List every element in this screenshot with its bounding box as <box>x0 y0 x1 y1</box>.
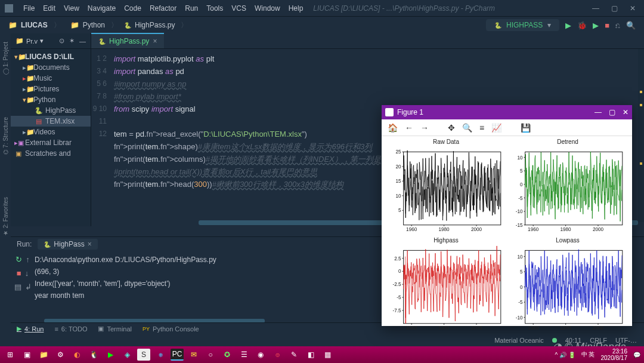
hide-panel-icon[interactable]: — <box>79 38 86 45</box>
app-icon[interactable]: S <box>137 349 150 361</box>
tree-root[interactable]: ▾📁LIUCAS D:\LIL <box>11 51 91 62</box>
app-icon[interactable]: ◈ <box>120 349 134 361</box>
firefox-icon[interactable]: ◐ <box>70 349 83 361</box>
app-icon[interactable]: ▦ <box>321 349 334 361</box>
svg-text:-5: -5 <box>397 295 401 300</box>
pycharm-icon[interactable]: PC <box>171 349 184 361</box>
svg-text:2.5: 2.5 <box>394 256 401 262</box>
fig-close-icon[interactable]: ✕ <box>623 108 628 116</box>
tree-item-tem-xlsx[interactable]: ▤TEM.xlsx <box>11 116 91 127</box>
pan-icon[interactable]: ✥ <box>448 123 455 133</box>
tray-icons[interactable]: ^ 🔊 🔋 <box>555 352 575 358</box>
menu-file[interactable]: File <box>19 4 39 13</box>
app-icon[interactable]: ○ <box>204 349 217 361</box>
menu-view[interactable]: View <box>60 4 83 13</box>
zoom-icon[interactable]: 🔍 <box>462 123 472 133</box>
up-icon[interactable]: ↑ <box>26 255 30 264</box>
home-icon[interactable]: 🏠 <box>388 123 398 133</box>
matplotlib-figure-window[interactable]: Figure 1 — ▢ ✕ 🏠 ← → ✥ 🔍 ≡ 📈 💾 Raw Data5… <box>382 105 632 326</box>
menu-code[interactable]: Code <box>120 4 145 13</box>
forward-icon[interactable]: → <box>420 123 429 133</box>
save-icon[interactable]: 💾 <box>521 123 531 133</box>
app-icon[interactable]: ☰ <box>237 349 250 361</box>
menu-refactor[interactable]: Refactor <box>145 4 181 13</box>
menu-run[interactable]: Run <box>181 4 202 13</box>
tab-python-console[interactable]: PYPython Console <box>143 325 199 333</box>
breadcrumb[interactable]: 📁LIUCAS 〉 📁Python 〉 🐍HighPass.py 〉 <box>8 20 190 30</box>
fig-minimize-icon[interactable]: — <box>595 108 602 116</box>
debug-button-icon[interactable]: 🐞 <box>577 21 587 30</box>
figure-titlebar[interactable]: Figure 1 — ▢ ✕ <box>382 105 632 119</box>
run-tab[interactable]: 🐍HighPass × <box>38 239 97 250</box>
left-tab-project[interactable]: ◯ 1: Project <box>2 42 9 75</box>
figure-toolbar: 🏠 ← → ✥ 🔍 ≡ 📈 💾 <box>382 119 632 136</box>
tool-window-stripe-left: ◯ 1: Project ⌬ 7: Structure ★ 2: Favorit… <box>0 33 11 242</box>
project-tree[interactable]: ▾📁LIUCAS D:\LIL ▸📁Documents ▸📁Music ▸📁Pi… <box>11 49 91 161</box>
svg-text:1980: 1980 <box>561 227 572 232</box>
menu-vcs[interactable]: VCS <box>227 4 250 13</box>
layout-icon[interactable]: ▤ <box>14 282 21 291</box>
scratches[interactable]: ▣Scratches and <box>11 148 91 159</box>
left-tab-favorites[interactable]: ★ 2: Favorites <box>2 197 9 236</box>
menu-navigate[interactable]: Navigate <box>83 4 120 13</box>
start-button[interactable]: ⊞ <box>4 349 17 361</box>
subplot-detrend: Detrend-15-10-50510196019802000 <box>507 139 628 237</box>
menu-help[interactable]: Help <box>284 4 308 13</box>
git-icon[interactable]: ⎌ <box>615 21 620 30</box>
tree-item[interactable]: ▸📁Videos <box>11 127 91 137</box>
expand-icon[interactable]: ✶ <box>69 37 75 45</box>
app-icon[interactable]: ⎈ <box>154 349 167 361</box>
menu-tools[interactable]: Tools <box>202 4 227 13</box>
explorer-icon[interactable]: 📁 <box>37 349 50 361</box>
external-libraries[interactable]: ▸▣External Librar <box>11 137 91 148</box>
menu-edit[interactable]: Edit <box>39 4 60 13</box>
stop-icon[interactable]: ■ <box>17 269 21 278</box>
svg-text:-5: -5 <box>518 300 523 305</box>
settings-icon[interactable]: ⚙ <box>54 349 67 361</box>
tab-todo[interactable]: ≡6: TODO <box>54 325 87 333</box>
app-icon[interactable]: ⌾ <box>271 349 284 361</box>
tree-item[interactable]: ▸📁Music <box>11 73 91 84</box>
close-tab-icon[interactable]: × <box>153 37 157 45</box>
app-icon[interactable]: ◧ <box>304 349 317 361</box>
app-icon[interactable]: ✉ <box>187 349 200 361</box>
run-button-icon[interactable]: ▶ <box>565 21 571 30</box>
app-icon[interactable]: ✪ <box>221 349 234 361</box>
fig-maximize-icon[interactable]: ▢ <box>609 108 615 116</box>
menu-window[interactable]: Window <box>250 4 284 13</box>
subplots-icon[interactable]: ≡ <box>479 123 484 133</box>
app-icon[interactable]: ✎ <box>287 349 301 361</box>
tab-terminal[interactable]: ▣Terminal <box>98 325 132 333</box>
left-tab-structure[interactable]: ⌬ 7: Structure <box>2 117 9 155</box>
svg-text:25: 25 <box>395 149 401 155</box>
coverage-icon[interactable]: ▶ <box>593 21 599 30</box>
search-icon[interactable]: 🔍 <box>626 21 636 30</box>
close-icon[interactable]: ✕ <box>630 4 636 13</box>
select-opened-file-icon[interactable]: ⊙ <box>59 37 64 45</box>
back-icon[interactable]: ← <box>405 123 413 133</box>
ime-indicator[interactable]: 中 英 <box>581 350 595 359</box>
project-view-selector[interactable]: 📁 Pr.v ▾ <box>16 37 44 45</box>
edit-icon[interactable]: 📈 <box>491 123 501 133</box>
play-icon[interactable]: ▶ <box>104 349 117 361</box>
editor-tab-highpass[interactable]: 🐍 HighPass.py × <box>91 33 164 48</box>
tree-item[interactable]: ▸📁Pictures <box>11 84 91 94</box>
run-config-selector[interactable]: 🐍 HIGHPASS ▾ <box>486 19 559 31</box>
soft-wrap-icon[interactable]: ↲ <box>25 282 32 291</box>
tab-run[interactable]: ▶4: Run <box>17 325 44 333</box>
app-icon[interactable]: ◉ <box>254 349 267 361</box>
taskbar-clock[interactable]: 23:162020/8/17 <box>601 348 628 361</box>
stop-button-icon[interactable]: ■ <box>605 21 609 30</box>
maximize-icon[interactable]: ▢ <box>611 4 618 13</box>
notifications-icon[interactable]: 💬 <box>633 352 640 358</box>
app-icon[interactable]: 🐧 <box>87 349 100 361</box>
rerun-icon[interactable]: ↻ <box>16 255 22 264</box>
status-theme[interactable]: Material Oceanic <box>494 337 544 344</box>
tree-item-highpass[interactable]: 🐍HighPass <box>11 105 91 116</box>
down-icon[interactable]: ↓ <box>25 269 29 278</box>
editor-error-stripe[interactable] <box>638 49 644 222</box>
tree-item[interactable]: ▾📁Python <box>11 94 91 105</box>
tree-item[interactable]: ▸📁Documents <box>11 62 91 73</box>
task-view-icon[interactable]: ▣ <box>20 349 33 361</box>
minimize-icon[interactable]: — <box>592 4 599 13</box>
